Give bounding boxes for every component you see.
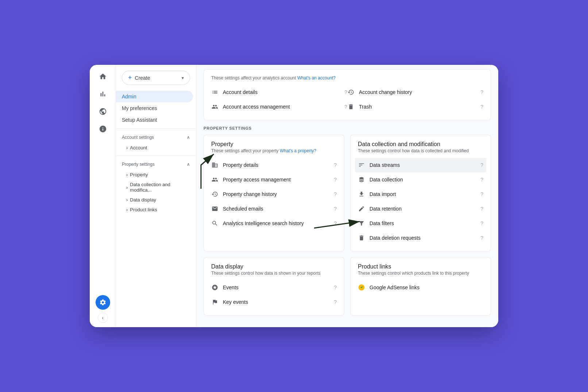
property-details-help[interactable]: ? [334,162,337,168]
data-streams-help[interactable]: ? [480,162,483,168]
admin-label: Admin [122,94,136,99]
sidebar-bottom: ‹ [96,295,110,323]
account-change-history-item[interactable]: Account change history ? [347,85,483,99]
product-links-card: Product links These settings control whi… [350,257,491,315]
key-events-item[interactable]: Key events ? [211,295,337,309]
data-filters-item[interactable]: Data filters ? [358,216,483,231]
account-details-item[interactable]: Account details ? [211,85,347,99]
adsense-label: Google AdSense links [370,285,483,290]
property-settings-section: PROPERTY SETTINGS Property These setting… [196,120,498,315]
data-streams-icon [358,161,365,169]
property-change-history-label: Property change history [223,191,329,197]
admin-settings-button[interactable] [96,295,110,310]
admin-nav-item[interactable]: Admin [116,91,193,102]
account-sub-label: Account [130,145,147,150]
home-icon[interactable] [96,69,110,84]
property-card-title: Property [211,141,337,148]
adsense-icon [358,284,365,291]
nav-panel: + Create ▾ Admin My preferences Setup As… [116,65,196,327]
property-access-label: Property access management [223,177,329,183]
my-preferences-nav-item[interactable]: My preferences [116,102,196,114]
events-item[interactable]: Events ? [211,280,337,295]
adsense-item[interactable]: Google AdSense links [358,280,483,295]
data-display-title: Data display [211,263,337,270]
sub-arrow-3: › [126,197,128,203]
data-retention-label: Data retention [370,206,476,212]
property-settings-section-label: PROPERTY SETTINGS [204,126,491,130]
analytics-intelligence-item[interactable]: Analytics Intelligence search history ? [211,216,337,231]
explore-icon[interactable] [96,104,110,119]
scheduled-emails-item[interactable]: Scheduled emails ? [211,201,337,216]
data-collection-sub-label: Data collection and modifica... [130,182,190,193]
data-import-help[interactable]: ? [480,191,483,197]
account-top-desc: These settings affect your analytics acc… [211,75,483,81]
property-change-history-icon [211,191,218,198]
data-collection-card: Data collection and modification These s… [350,135,491,251]
sidebar: ‹ [90,65,116,327]
sub-item-arrow: › [126,145,128,150]
trash-item[interactable]: Trash ? [347,99,483,114]
data-display-subtitle: These settings control how data is shown… [211,271,337,276]
data-deletion-label: Data deletion requests [370,235,476,241]
key-events-label: Key events [223,299,329,305]
account-access-item[interactable]: Account access management ? [211,99,347,114]
product-links-sub-label: Product links [130,207,157,212]
data-deletion-help[interactable]: ? [480,235,483,241]
data-collection-sub-item[interactable]: › Data collection and modifica... [116,180,196,195]
scheduled-emails-label: Scheduled emails [223,206,329,212]
scheduled-emails-help[interactable]: ? [334,206,337,212]
reports-icon[interactable] [96,87,110,101]
property-details-item[interactable]: Property details ? [211,158,337,172]
expand-icon: ∧ [187,135,190,140]
property-card-subtitle: These settings affect your property What… [211,148,337,153]
setup-assistant-nav-item[interactable]: Setup Assistant [116,114,196,126]
sub-arrow-1: › [126,172,128,177]
account-sub-item[interactable]: › Account [116,143,196,153]
data-collection-icon [358,176,365,183]
key-events-help[interactable]: ? [334,299,337,305]
data-deletion-item[interactable]: Data deletion requests ? [358,231,483,245]
property-access-help[interactable]: ? [334,177,337,183]
property-access-item[interactable]: Property access management ? [211,172,337,187]
expand-icon-2: ∧ [187,162,190,167]
nav-divider-1 [116,129,196,129]
whats-property-link[interactable]: What's a property? [280,148,316,153]
data-filters-label: Data filters [370,220,476,226]
data-streams-item[interactable]: Data streams ? [355,158,486,172]
events-label: Events [223,285,329,290]
advertising-icon[interactable] [96,122,110,136]
data-retention-help[interactable]: ? [480,206,483,212]
product-links-title: Product links [358,263,483,270]
data-collection-item[interactable]: Data collection ? [358,172,483,187]
data-import-item[interactable]: Data import ? [358,187,483,201]
property-sub-item[interactable]: › Property [116,170,196,180]
app-window: ‹ + Create ▾ Admin My preferences Setup … [90,65,498,327]
data-filters-help[interactable]: ? [480,220,483,226]
events-help[interactable]: ? [334,285,337,290]
account-settings-header[interactable]: Account settings ∧ [116,132,196,143]
create-button[interactable]: + Create ▾ [122,71,190,85]
data-deletion-icon [358,234,365,242]
whats-account-link[interactable]: What's an account? [297,75,336,81]
property-sub-label: Property [130,172,148,177]
account-details-help-icon[interactable]: ? [344,89,347,95]
collapse-sidebar-button[interactable]: ‹ [98,313,108,323]
data-collection-help[interactable]: ? [480,177,483,183]
property-change-history-item[interactable]: Property change history ? [211,187,337,201]
data-display-sub-item[interactable]: › Data display [116,195,196,205]
property-card: Property These settings affect your prop… [204,135,344,251]
trash-help-icon[interactable]: ? [480,104,483,110]
account-change-history-help-icon[interactable]: ? [480,89,483,95]
trash-label: Trash [359,104,476,110]
analytics-intelligence-help[interactable]: ? [334,220,337,226]
data-retention-item[interactable]: Data retention ? [358,201,483,216]
dropdown-arrow-icon: ▾ [182,75,184,81]
property-change-history-help[interactable]: ? [334,191,337,197]
key-events-icon [211,298,218,306]
account-access-help-icon[interactable]: ? [344,104,347,110]
nav-divider-2 [116,156,196,156]
property-settings-header[interactable]: Property settings ∧ [116,159,196,170]
product-links-sub-item[interactable]: › Product links [116,205,196,215]
property-details-icon [211,161,218,169]
account-details-icon [211,89,218,96]
